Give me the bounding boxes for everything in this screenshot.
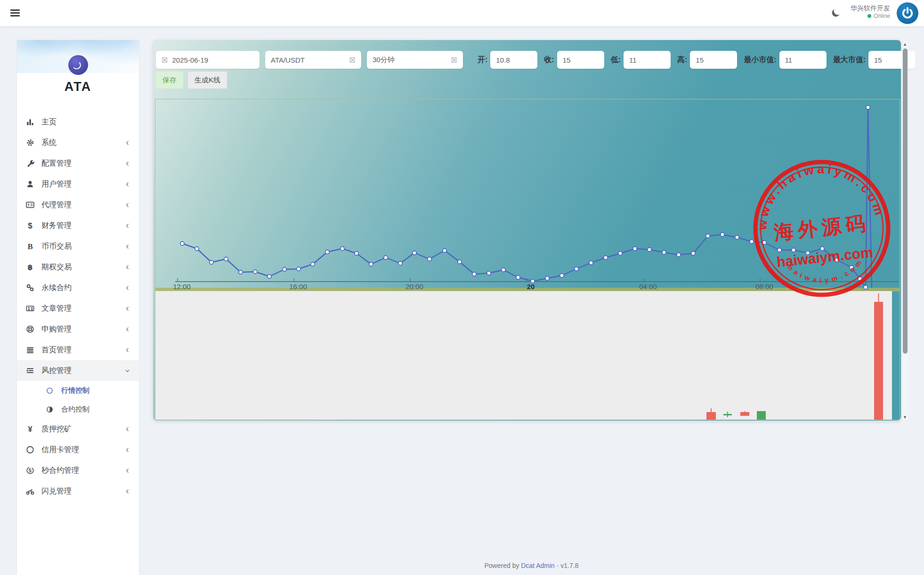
user-menu[interactable]: 华兴软件开发 Online xyxy=(851,4,890,20)
sidebar-item-label: 风控管理 xyxy=(41,366,124,376)
sidebar-item-label: 文章管理 xyxy=(41,304,124,314)
svg-text:20: 20 xyxy=(527,283,535,291)
sidebar-item-system[interactable]: 系统 xyxy=(17,132,139,153)
sidebar-item-options-trade[interactable]: ฿期权交易 xyxy=(17,257,139,277)
sidebar-item-perpetual[interactable]: 永续合约 xyxy=(17,277,139,298)
letter-b-icon: B xyxy=(26,242,34,251)
chain-icon xyxy=(26,283,34,292)
sidebar-item-flash-swap[interactable]: 闪兑管理 xyxy=(17,481,139,502)
avatar[interactable] xyxy=(897,2,918,24)
pair-select[interactable]: ATA/USDT ☒ xyxy=(265,51,361,69)
sidebar-item-label: 永续合约 xyxy=(41,283,124,293)
brand-logo-swirl xyxy=(68,55,88,75)
circle-icon xyxy=(26,445,34,454)
sidebar-item-label: 主页 xyxy=(41,117,130,127)
generate-kline-button[interactable]: 生成K线 xyxy=(188,72,227,89)
chevron-left-icon xyxy=(124,426,130,432)
sidebar-item-risk-control[interactable]: 风控管理 xyxy=(17,360,139,381)
date-value: 2025-06-19 xyxy=(172,56,208,64)
field-input-min-cap[interactable] xyxy=(779,51,827,69)
sidebar-item-finance[interactable]: $财务管理 xyxy=(17,215,139,236)
sidebar-menu: 主页 系统 配置管理 用户管理 代理管理 $财务管理 B币币交易 ฿期权交易 永… xyxy=(17,112,139,502)
dropdown-caret-icon: ☒ xyxy=(349,57,356,64)
user-name: 华兴软件开发 xyxy=(851,4,890,13)
market-control-panel: ☒ 2025-06-19 ATA/USDT ☒ 30分钟 ☒ 开: 收: 低: … xyxy=(153,40,901,421)
sidebar-item-label: 质押挖矿 xyxy=(41,424,124,434)
sidebar-subitem-label: 行情控制 xyxy=(61,386,139,395)
life-ring-icon xyxy=(26,325,34,333)
sidebar-item-second-contract[interactable]: 5秒合约管理 xyxy=(17,460,139,481)
five-circle-icon: 5 xyxy=(26,466,34,475)
scrollbar-thumb[interactable] xyxy=(903,49,908,354)
sidebar-subitem-contract-control[interactable]: 合约控制 xyxy=(17,400,139,419)
motorcycle-icon xyxy=(26,487,34,495)
sidebar-item-home[interactable]: 主页 xyxy=(17,112,139,132)
chevron-down-icon xyxy=(124,368,130,374)
field-input-close[interactable] xyxy=(557,51,604,69)
sidebar-item-label: 用户管理 xyxy=(41,179,124,189)
dcat-admin-link[interactable]: Dcat Admin xyxy=(521,562,555,569)
chevron-left-icon xyxy=(124,264,130,270)
chevron-left-icon xyxy=(124,347,130,353)
sidebar-item-credit-card[interactable]: 信用卡管理 xyxy=(17,439,139,460)
chevron-left-icon xyxy=(124,140,130,146)
newspaper-icon xyxy=(26,304,34,313)
chevron-left-icon xyxy=(124,285,130,291)
sidebar-subitem-market-control[interactable]: 行情控制 xyxy=(17,381,139,400)
sidebar-item-homepage[interactable]: 首页管理 xyxy=(17,340,139,360)
sidebar-item-label: 代理管理 xyxy=(41,200,124,210)
chart-bar-icon xyxy=(26,118,34,126)
field-label-high: 高: xyxy=(677,55,687,65)
power-logo-icon xyxy=(900,6,915,20)
svg-text:B: B xyxy=(27,242,32,251)
gear-icon xyxy=(26,138,34,147)
chevron-left-icon xyxy=(124,202,130,208)
sidebar-item-staking[interactable]: ¥质押挖矿 xyxy=(17,419,139,439)
svg-text:12:00: 12:00 xyxy=(173,283,191,291)
chevron-left-icon xyxy=(124,447,130,453)
sidebar-item-agents[interactable]: 代理管理 xyxy=(17,194,139,215)
toolbar-buttons: 保存 生成K线 xyxy=(156,72,227,89)
list-icon xyxy=(26,346,34,354)
pair-value: ATA/USDT xyxy=(271,56,305,64)
svg-text:08:00: 08:00 xyxy=(755,283,773,291)
field-label-open: 开: xyxy=(478,55,487,65)
svg-text:5: 5 xyxy=(29,468,32,473)
dollar-icon: $ xyxy=(26,221,34,230)
hamburger-menu-icon[interactable] xyxy=(10,8,21,18)
sidebar-subitem-label: 合约控制 xyxy=(61,405,139,414)
kline-chart-canvas: 12:0016:0020:002004:0008:00 xyxy=(155,99,900,420)
save-button[interactable]: 保存 xyxy=(156,72,183,89)
chevron-left-icon xyxy=(124,306,130,312)
scroll-up-arrow-icon[interactable]: ▲ xyxy=(902,41,908,48)
sidebar-item-label: 申购管理 xyxy=(41,324,124,334)
chevron-left-icon xyxy=(124,161,130,167)
sidebar-item-config[interactable]: 配置管理 xyxy=(17,153,139,174)
field-input-max-cap[interactable] xyxy=(868,51,916,69)
wrench-icon xyxy=(26,159,34,168)
sidebar-item-spot-trade[interactable]: B币币交易 xyxy=(17,236,139,257)
dark-mode-moon-icon[interactable] xyxy=(831,8,841,18)
date-input[interactable]: ☒ 2025-06-19 xyxy=(156,51,259,69)
sidebar-item-label: 期权交易 xyxy=(41,262,124,272)
field-label-min-cap: 最小市值: xyxy=(744,55,776,65)
sidebar-item-label: 秒合约管理 xyxy=(41,466,124,476)
chevron-left-icon xyxy=(124,488,130,494)
field-input-low[interactable] xyxy=(624,51,671,69)
sidebar-item-subscribe[interactable]: 申购管理 xyxy=(17,319,139,340)
online-status-dot xyxy=(867,14,871,18)
kline-toolbar: ☒ 2025-06-19 ATA/USDT ☒ 30分钟 ☒ 开: 收: 低: … xyxy=(156,51,916,69)
sidebar-item-users[interactable]: 用户管理 xyxy=(17,174,139,194)
bitcoin-icon: ฿ xyxy=(26,263,34,271)
sidebar: ATA 主页 系统 配置管理 用户管理 代理管理 $财务管理 B币币交易 ฿期权… xyxy=(17,40,139,575)
scroll-down-arrow-icon[interactable]: ▼ xyxy=(902,414,908,421)
sidebar-item-articles[interactable]: 文章管理 xyxy=(17,298,139,319)
vertical-scrollbar[interactable]: ▲ ▼ xyxy=(902,41,908,421)
chevron-left-icon xyxy=(124,243,130,250)
interval-select[interactable]: 30分钟 ☒ xyxy=(367,51,463,69)
field-input-high[interactable] xyxy=(690,51,737,69)
chevron-left-icon xyxy=(124,468,130,474)
yen-icon: ¥ xyxy=(26,425,34,433)
field-input-open[interactable] xyxy=(490,51,537,69)
footer: Powered by Dcat Admin · v1.7.8 xyxy=(139,562,924,569)
